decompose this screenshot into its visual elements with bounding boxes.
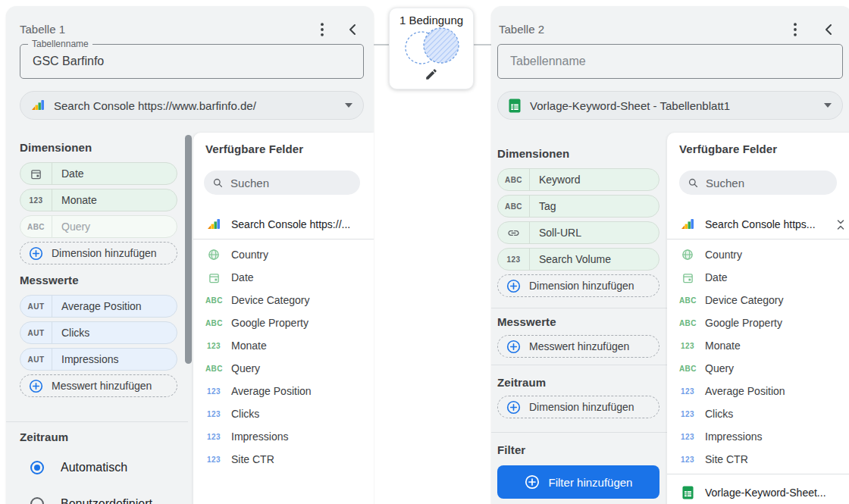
text-icon: ABC [679, 296, 696, 305]
radio-label: Benutzerdefiniert [61, 497, 152, 504]
field-label: Monate [705, 340, 741, 352]
fields-search-input[interactable] [230, 177, 351, 189]
add-dimension-button[interactable]: Dimension hinzufügen [497, 274, 659, 297]
chevron-left-icon [348, 23, 357, 36]
field-label: Impressions [705, 430, 762, 443]
field-item[interactable]: 123 Monate [193, 334, 374, 357]
numeric-icon: 123 [498, 249, 530, 270]
field-item[interactable]: 123 Average Position [193, 380, 374, 402]
text-icon: ABC [679, 319, 696, 327]
text-icon: ABC [205, 319, 222, 327]
fields-source-sheets[interactable]: Vorlage-Keyword-Sheet... [667, 481, 849, 504]
metric-chip-average-position[interactable]: AUT Average Position [20, 295, 177, 318]
table1-source-select[interactable]: Search Console https://www.barfinfo.de/ [20, 91, 364, 120]
join-condition-card[interactable]: 1 Bedingung [389, 8, 474, 89]
field-item[interactable]: Date [667, 266, 849, 289]
fields-source-search-console[interactable]: Search Console https... [667, 213, 849, 236]
field-item[interactable]: 123 Site CTR [193, 448, 374, 471]
numeric-icon: 123 [205, 433, 222, 441]
aut-icon: AUT [20, 349, 52, 370]
table1-name-input[interactable] [20, 45, 363, 78]
table1-menu-button[interactable] [312, 20, 332, 39]
add-filter-label: Filter hinzufügen [549, 476, 633, 489]
fields-search[interactable] [679, 171, 837, 195]
fields-search-input[interactable] [706, 177, 828, 189]
daterange-option-automatic[interactable]: Automatisch [30, 461, 127, 474]
plus-circle-icon [506, 340, 521, 354]
metric-chip-impressions[interactable]: AUT Impressions [20, 348, 177, 371]
table2-available-fields-panel: Verfügbare Felder Search Console https..… [667, 133, 849, 504]
table2-menu-button[interactable] [785, 20, 805, 39]
plus-circle-icon [506, 400, 521, 415]
field-label: Monate [231, 340, 267, 352]
table1-scrollbar[interactable] [185, 135, 192, 364]
globe-icon [679, 249, 696, 261]
radio-unselected-icon [30, 497, 44, 504]
add-filter-button[interactable]: Filter hinzufügen [497, 465, 659, 499]
field-label: Clicks [231, 408, 259, 420]
plus-circle-icon [525, 474, 540, 490]
field-item[interactable]: 123 Clicks [193, 402, 374, 425]
add-dimension-button[interactable]: Dimension hinzufügen [20, 242, 177, 265]
field-item[interactable]: ABC Google Property [667, 311, 849, 334]
add-metric-button[interactable]: Messwert hinzufügen [497, 335, 659, 358]
dimension-chip-query[interactable]: ABC Query [20, 215, 177, 238]
chip-label: Date [52, 163, 84, 184]
dimension-chip-date[interactable]: Date [20, 162, 177, 185]
join-condition-label: 1 Bedingung [399, 14, 463, 27]
field-item[interactable]: Date [193, 266, 374, 289]
field-label: Country [705, 249, 742, 261]
fields-source-search-console[interactable]: Search Console https://... [193, 213, 374, 236]
field-item[interactable]: 123 Impressions [667, 425, 849, 448]
field-label: Site CTR [705, 453, 748, 465]
table2-collapse-button[interactable] [819, 20, 838, 39]
dimension-chip-search-volume[interactable]: 123 Search Volume [497, 248, 659, 271]
add-daterange-dimension-button[interactable]: Dimension hinzufügen [497, 396, 659, 418]
list-divider [193, 239, 374, 239]
table1-name-label: Tabellenname [28, 39, 92, 49]
daterange-option-custom[interactable]: Benutzerdefiniert [30, 497, 152, 504]
table1-source-name: Search Console https://www.barfinfo.de/ [54, 99, 336, 112]
fields-search[interactable] [204, 171, 360, 195]
table2-source-name: Vorlage-Keyword-Sheet - Tabellenblatt1 [530, 99, 815, 112]
field-item[interactable]: ABC Query [193, 357, 374, 380]
field-item[interactable]: 123 Monate [667, 334, 849, 357]
radio-selected-icon [30, 461, 44, 474]
dimension-chip-keyword[interactable]: ABC Keyword [497, 168, 659, 191]
add-metric-button[interactable]: Messwert hinzufügen [20, 374, 177, 397]
field-label: Date [705, 271, 728, 283]
plus-circle-icon [29, 246, 43, 261]
field-item[interactable]: Country [667, 243, 849, 266]
fields-list: Country Date ABC Device Category ABC Goo… [667, 243, 849, 471]
field-item[interactable]: 123 Clicks [667, 402, 849, 425]
field-item[interactable]: 123 Average Position [667, 380, 849, 402]
field-item[interactable]: ABC Query [667, 357, 849, 380]
table2-source-select[interactable]: Vorlage-Keyword-Sheet - Tabellenblatt1 [497, 91, 843, 120]
aut-icon: AUT [20, 322, 52, 343]
dropdown-caret-icon [824, 103, 832, 108]
metric-chip-clicks[interactable]: AUT Clicks [20, 321, 177, 344]
google-sheets-icon [679, 486, 696, 499]
field-item[interactable]: ABC Device Category [667, 289, 849, 311]
metrics-heading: Messwerte [20, 274, 177, 286]
dimension-chip-monate[interactable]: 123 Monate [20, 189, 177, 211]
kebab-menu-icon [321, 23, 324, 36]
field-item[interactable]: ABC Google Property [193, 311, 374, 334]
field-item[interactable]: 123 Impressions [193, 425, 374, 448]
table2-name-input[interactable] [498, 45, 842, 78]
dimension-chip-soll-url[interactable]: Soll-URL [497, 221, 659, 244]
unfold-less-icon[interactable] [835, 219, 846, 230]
field-item[interactable]: 123 Site CTR [667, 448, 849, 471]
table1-collapse-button[interactable] [343, 20, 362, 39]
google-sheets-icon [509, 99, 521, 113]
dimension-chip-tag[interactable]: ABC Tag [497, 195, 659, 218]
search-icon [213, 177, 223, 189]
search-icon [688, 177, 698, 189]
pencil-icon[interactable] [424, 67, 438, 81]
search-console-icon [205, 218, 222, 231]
metrics-heading: Messwerte [497, 315, 556, 328]
field-item[interactable]: ABC Device Category [193, 289, 374, 311]
field-item[interactable]: Country [193, 243, 374, 266]
table2-name-field [497, 44, 843, 79]
dimensions-heading: Dimensionen [20, 141, 177, 154]
